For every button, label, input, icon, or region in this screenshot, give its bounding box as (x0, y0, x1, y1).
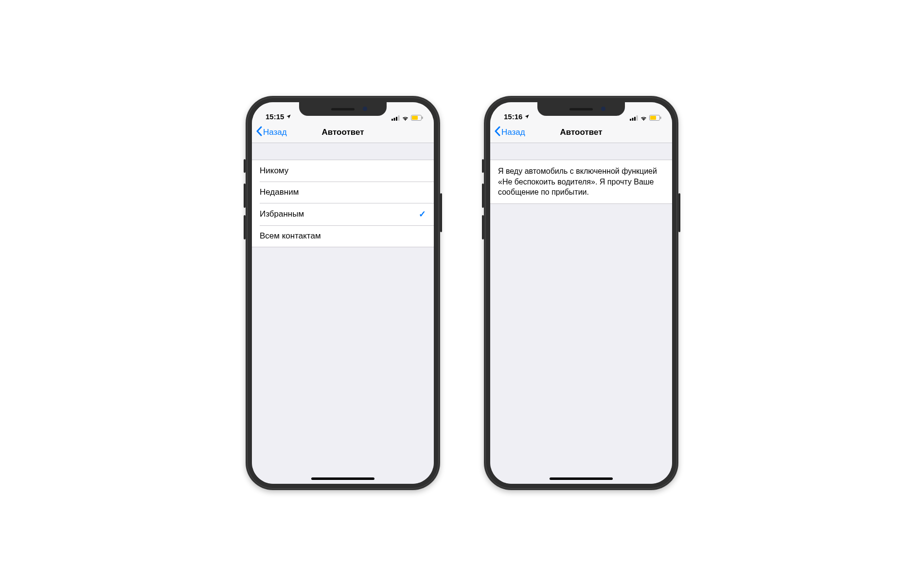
volume-up-button[interactable] (482, 183, 484, 208)
svg-rect-9 (634, 117, 636, 121)
chevron-left-icon (256, 126, 262, 139)
nav-bar: Назад Автоответ (490, 122, 672, 143)
svg-rect-10 (637, 115, 638, 121)
checkmark-icon: ✓ (419, 209, 426, 220)
nav-bar: Назад Автоответ (252, 122, 434, 143)
speaker (569, 108, 593, 110)
screen-left: 15:15 На (252, 102, 434, 484)
svg-rect-13 (660, 117, 661, 119)
wifi-icon (402, 115, 409, 121)
content-area: Я веду автомобиль с включенной функцией … (490, 143, 672, 484)
screen-right: 15:16 На (490, 102, 672, 484)
option-label: Недавним (260, 187, 299, 197)
option-label: Избранным (260, 209, 304, 219)
status-time: 15:16 (504, 112, 522, 121)
options-group: Никому Недавним Избранным ✓ Всем контакт… (252, 160, 434, 247)
location-icon (524, 114, 530, 119)
chevron-left-icon (494, 126, 500, 139)
auto-reply-message[interactable]: Я веду автомобиль с включенной функцией … (490, 160, 672, 204)
volume-up-button[interactable] (244, 183, 246, 208)
power-button[interactable] (678, 193, 680, 232)
home-indicator[interactable] (311, 477, 374, 480)
option-favorites[interactable]: Избранным ✓ (252, 203, 434, 225)
svg-rect-8 (632, 118, 634, 121)
auto-reply-text: Я веду автомобиль с включенной функцией … (498, 167, 657, 196)
battery-icon (649, 115, 661, 121)
battery-icon (411, 115, 423, 121)
mute-switch[interactable] (482, 159, 484, 173)
content-area: Никому Недавним Избранным ✓ Всем контакт… (252, 143, 434, 484)
cellular-signal-icon (630, 115, 638, 121)
option-none[interactable]: Никому (252, 160, 434, 182)
option-recents[interactable]: Недавним (252, 182, 434, 203)
svg-rect-6 (422, 117, 423, 119)
svg-rect-5 (412, 116, 418, 120)
front-camera (601, 107, 605, 111)
back-button[interactable]: Назад (494, 126, 525, 139)
svg-rect-2 (396, 117, 397, 121)
option-label: Никому (260, 166, 288, 176)
back-button[interactable]: Назад (256, 126, 287, 139)
svg-rect-1 (394, 118, 395, 121)
back-label: Назад (263, 128, 287, 137)
mute-switch[interactable] (244, 159, 246, 173)
option-label: Всем контактам (260, 231, 321, 241)
notch (299, 102, 387, 116)
speaker (331, 108, 355, 110)
phone-left: 15:15 На (246, 96, 440, 490)
power-button[interactable] (440, 193, 442, 232)
option-all-contacts[interactable]: Всем контактам (252, 225, 434, 247)
back-label: Назад (501, 128, 525, 137)
cellular-signal-icon (391, 115, 400, 121)
volume-down-button[interactable] (244, 215, 246, 239)
status-time: 15:15 (266, 112, 284, 121)
svg-rect-12 (650, 116, 656, 120)
location-icon (286, 114, 291, 119)
svg-rect-3 (398, 115, 400, 121)
svg-rect-7 (630, 119, 631, 121)
notch (537, 102, 625, 116)
wifi-icon (640, 115, 647, 121)
volume-down-button[interactable] (482, 215, 484, 239)
front-camera (363, 107, 367, 111)
home-indicator[interactable] (550, 477, 613, 480)
phone-right: 15:16 На (484, 96, 678, 490)
svg-rect-0 (391, 119, 393, 121)
